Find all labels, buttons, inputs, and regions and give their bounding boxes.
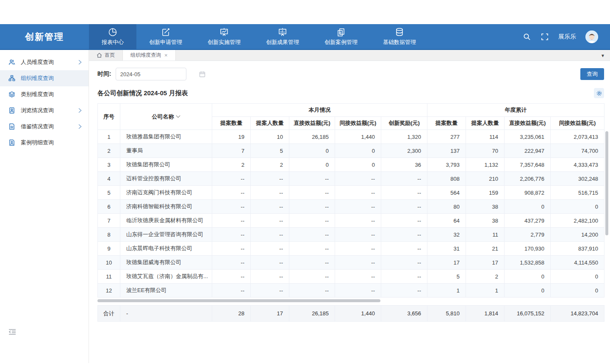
- top-navbar: 创新管理 报表中心创新申请管理创新实施管理创新成果管理创新案例管理基础数据管理 …: [0, 24, 610, 50]
- sort-caret-icon[interactable]: [176, 113, 180, 119]
- cell-value: --: [251, 200, 289, 214]
- table-row: 4迈科管业控股有限公司----------8082102,206,776302,…: [98, 172, 604, 186]
- tab-2[interactable]: 组织维度查询×: [123, 50, 176, 61]
- cell-value: --: [335, 214, 381, 228]
- chevron-right-icon: [78, 124, 82, 129]
- query-button[interactable]: 查询: [580, 68, 604, 80]
- tab-1[interactable]: 首页: [89, 50, 123, 61]
- cell-value: --: [251, 242, 289, 256]
- total-value: 3,656: [381, 306, 427, 322]
- cell-value: --: [251, 186, 289, 200]
- cell-value: 837,910: [551, 242, 604, 256]
- cell-value: 2: [466, 270, 505, 284]
- chevron-right-icon: [78, 60, 82, 65]
- cell-company: 迈科管业控股有限公司: [120, 172, 212, 186]
- cell-value: 437,279: [505, 214, 551, 228]
- nav-item-4[interactable]: 创新成果管理: [253, 24, 312, 49]
- horizontal-scrollbar[interactable]: [97, 299, 380, 302]
- close-icon[interactable]: ×: [164, 52, 168, 58]
- col-header-1-5: 创新奖励(元): [381, 117, 427, 130]
- sidebar-item-6[interactable]: 案例明细查询: [0, 135, 89, 151]
- cell-value: 2: [212, 158, 251, 172]
- user-name[interactable]: 展乐乐: [558, 33, 576, 41]
- cell-value: 1,440: [335, 130, 381, 144]
- sidebar-item-4[interactable]: 浏览情况查询: [0, 102, 89, 119]
- cell-value: --: [289, 242, 335, 256]
- table-row: 9山东晨晖电子科技有限公司----------3121170,930837,91…: [98, 242, 604, 256]
- search-icon[interactable]: [523, 33, 531, 41]
- total-value: 1,440: [335, 306, 381, 322]
- sidebar-item-1[interactable]: 人员维度查询: [0, 54, 89, 70]
- tab-bar: 首页组织维度查询×▼: [89, 50, 610, 61]
- cell-value: --: [381, 172, 427, 186]
- cell-value: 32: [427, 228, 466, 242]
- sidebar-item-label: 浏览情况查询: [21, 107, 73, 114]
- col-header-company[interactable]: 公司名称: [120, 104, 212, 130]
- cell-index: 6: [98, 200, 120, 214]
- total-value: 16,075,152: [505, 306, 551, 322]
- sidebar-item-5[interactable]: 借鉴情况查询: [0, 119, 89, 135]
- cell-value: --: [381, 214, 427, 228]
- vertical-scrollbar[interactable]: [605, 131, 608, 235]
- cell-value: 7: [212, 144, 251, 158]
- avatar[interactable]: [585, 30, 598, 43]
- cell-value: 2,482,100: [551, 214, 604, 228]
- total-value: -: [120, 306, 212, 322]
- nav-item-6[interactable]: 基础数据管理: [370, 24, 429, 49]
- nav-item-label: 基础数据管理: [383, 39, 416, 46]
- cell-value: --: [251, 270, 289, 284]
- cell-company: 玫德集团有限公司: [120, 158, 212, 172]
- cell-company: 波兰EE有限公司: [120, 284, 212, 298]
- sidebar-item-3[interactable]: 类别维度查询: [0, 86, 89, 102]
- table-row: 8山东得一企业管理咨询有限公司----------32112,77914,200: [98, 228, 604, 242]
- chevron-right-icon: [78, 108, 82, 113]
- cell-value: 0: [551, 200, 604, 214]
- users-icon: [8, 59, 15, 66]
- cell-value: --: [335, 186, 381, 200]
- table-row: 6济南科德智能科技有限公司----------803800: [98, 200, 604, 214]
- cell-value: 36: [381, 158, 427, 172]
- cell-index: 12: [98, 284, 120, 298]
- cell-index: 3: [98, 158, 120, 172]
- cell-value: 3,235,061: [505, 130, 551, 144]
- cell-index: 1: [98, 130, 120, 144]
- tab-label: 首页: [105, 52, 115, 59]
- date-input[interactable]: [116, 71, 199, 77]
- nav-item-2[interactable]: 创新申请管理: [136, 24, 195, 49]
- cell-value: 0: [335, 144, 381, 158]
- gear-icon[interactable]: [594, 88, 604, 98]
- report-title: 各公司创新情况 2024-05 月报表: [97, 89, 188, 97]
- nav-item-5[interactable]: 创新案例管理: [312, 24, 370, 49]
- home-icon: [97, 52, 102, 58]
- fullscreen-icon[interactable]: [541, 33, 549, 41]
- col-header-2-2: 提案人数量: [466, 117, 505, 130]
- cell-value: --: [289, 270, 335, 284]
- layers-icon: [8, 91, 15, 98]
- collapse-sidebar-icon[interactable]: [8, 329, 16, 337]
- nav-item-3[interactable]: 创新实施管理: [195, 24, 253, 49]
- date-picker[interactable]: [116, 68, 186, 80]
- table-header: 序号公司名称本月情况年度累计提案数量提案人数量直接效益额(元)间接效益额(元)创…: [98, 104, 604, 130]
- col-header-1-3: 直接效益额(元): [289, 117, 335, 130]
- sidebar-item-label: 人员维度查询: [21, 58, 73, 66]
- sidebar-item-2[interactable]: 组织维度查询: [0, 70, 89, 86]
- col-header-index: 序号: [98, 104, 120, 130]
- sidebar-item-label: 类别维度查询: [21, 91, 82, 98]
- cell-value: 11: [466, 228, 505, 242]
- cell-value: 1,532,858: [505, 256, 551, 270]
- board-bars-icon: [277, 27, 288, 37]
- tab-dropdown-icon[interactable]: ▼: [598, 50, 607, 61]
- nav-item-label: 创新成果管理: [266, 39, 299, 46]
- cell-value: 222,947: [505, 144, 551, 158]
- cell-value: --: [212, 214, 251, 228]
- col-group-1: 本月情况: [212, 104, 427, 117]
- cell-value: --: [212, 172, 251, 186]
- cell-value: --: [212, 242, 251, 256]
- table-row: 2董事局75002,30013770222,94774,700: [98, 144, 604, 158]
- cell-value: --: [212, 284, 251, 298]
- cell-value: --: [335, 228, 381, 242]
- cell-value: 0: [551, 270, 604, 284]
- total-value: 26,185: [289, 306, 335, 322]
- nav-item-1[interactable]: 报表中心: [89, 24, 136, 49]
- col-header-2-1: 提案数量: [427, 117, 466, 130]
